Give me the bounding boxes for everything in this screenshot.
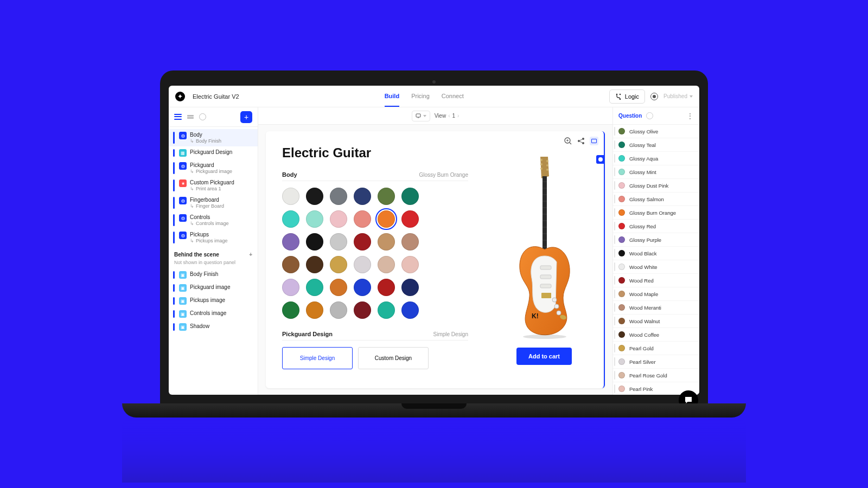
color-swatch[interactable]: [354, 279, 371, 296]
finish-option[interactable]: Wood Black: [613, 247, 699, 260]
color-swatch[interactable]: [330, 301, 347, 319]
section-pickguard-value: Simple Design: [433, 331, 468, 337]
color-swatch[interactable]: [306, 279, 323, 296]
color-swatch[interactable]: [330, 256, 347, 273]
finish-option[interactable]: Wood Maple: [613, 287, 699, 301]
color-swatch[interactable]: [378, 188, 395, 205]
finish-option[interactable]: Glossy Mint: [613, 165, 699, 179]
color-swatch[interactable]: [330, 233, 347, 251]
finish-option[interactable]: Glossy Salmon: [613, 192, 699, 206]
scene-item[interactable]: ▣ Shadow: [169, 320, 258, 333]
finish-option[interactable]: Glossy Olive: [613, 125, 699, 138]
color-swatch[interactable]: [378, 233, 395, 251]
section-add-icon[interactable]: +: [249, 252, 252, 258]
svg-point-2: [619, 98, 621, 99]
finish-option[interactable]: Pearl Silver: [613, 355, 699, 369]
color-swatch[interactable]: [401, 256, 419, 273]
scene-item[interactable]: ▣ Pickguard image: [169, 281, 258, 294]
selection-handle[interactable]: [596, 155, 605, 164]
preview-icon[interactable]: [650, 93, 658, 100]
tab-build[interactable]: Build: [385, 86, 400, 107]
color-swatch[interactable]: [330, 188, 347, 205]
finish-option[interactable]: Glossy Purple: [613, 233, 699, 247]
layer-item[interactable]: ▦ Pickguard Design: [169, 146, 258, 159]
finish-option[interactable]: Pearl Gold: [613, 342, 699, 355]
finish-option[interactable]: Glossy Dust Pink: [613, 179, 699, 192]
option-simple-design[interactable]: Simple Design: [282, 347, 353, 369]
color-swatch[interactable]: [282, 256, 299, 273]
finish-option[interactable]: Glossy Burn Orange: [613, 206, 699, 220]
add-button[interactable]: +: [240, 111, 252, 123]
color-swatch[interactable]: [306, 210, 323, 228]
color-swatch[interactable]: [306, 301, 323, 319]
color-swatch[interactable]: [401, 188, 419, 205]
color-swatch[interactable]: [378, 256, 395, 273]
more-icon[interactable]: ⋮: [686, 112, 694, 120]
finish-option[interactable]: Glossy Teal: [613, 138, 699, 152]
color-swatch[interactable]: [401, 210, 419, 228]
layers-icon[interactable]: [187, 115, 194, 119]
color-swatch[interactable]: [282, 233, 299, 251]
color-swatch[interactable]: [354, 188, 371, 205]
layer-item[interactable]: ★ Custom Pickguard Print area 1: [169, 177, 258, 194]
share-icon[interactable]: [577, 137, 585, 145]
finish-option[interactable]: Glossy Aqua: [613, 152, 699, 165]
layer-item[interactable]: ◍ Fingerboard Finger Board: [169, 194, 258, 211]
scene-item[interactable]: ▣ Pickups image: [169, 294, 258, 307]
device-selector[interactable]: [412, 111, 430, 121]
color-swatch[interactable]: [401, 301, 419, 319]
zoom-icon[interactable]: [564, 137, 572, 145]
layout-toggle[interactable]: [590, 137, 598, 145]
svg-point-31: [552, 298, 557, 302]
finish-option[interactable]: Glossy Red: [613, 220, 699, 233]
color-swatch[interactable]: [354, 210, 371, 228]
behind-scene-sub: Not shown in question panel: [169, 260, 258, 268]
scene-item[interactable]: ▣ Controls image: [169, 307, 258, 320]
color-swatch[interactable]: [306, 188, 323, 205]
finish-option[interactable]: Wood Coffee: [613, 328, 699, 342]
color-swatch[interactable]: [306, 256, 323, 273]
finish-dot: [618, 264, 625, 270]
color-swatch[interactable]: [354, 301, 371, 319]
color-swatch[interactable]: [354, 233, 371, 251]
list-icon[interactable]: [174, 113, 182, 121]
color-swatch[interactable]: [330, 279, 347, 296]
finish-label: Glossy Teal: [629, 142, 656, 148]
color-swatch[interactable]: [378, 279, 395, 296]
color-swatch[interactable]: [354, 256, 371, 273]
gear-icon[interactable]: [646, 112, 653, 119]
tab-connect[interactable]: Connect: [442, 86, 464, 107]
layer-item[interactable]: ◍ Pickguard Pickguard image: [169, 159, 258, 177]
color-swatch[interactable]: [401, 279, 419, 296]
color-swatch[interactable]: [282, 279, 299, 296]
color-swatch[interactable]: [330, 210, 347, 228]
finish-option[interactable]: Wood Meranti: [613, 301, 699, 314]
color-swatch[interactable]: [282, 210, 299, 228]
layer-item[interactable]: ◍ Controls Controls image: [169, 211, 258, 229]
layer-item[interactable]: ◍ Body Body Finish: [169, 129, 258, 146]
view-selector[interactable]: View ‹ 1 ›: [435, 113, 459, 119]
color-swatch[interactable]: [378, 210, 395, 228]
option-custom-design[interactable]: Custom Design: [358, 347, 429, 369]
finish-option[interactable]: Pearl Rose Gold: [613, 369, 699, 382]
color-swatch[interactable]: [282, 301, 299, 319]
publish-status[interactable]: Published: [663, 93, 693, 99]
tab-pricing[interactable]: Pricing: [411, 86, 430, 107]
gear-icon[interactable]: [199, 113, 206, 120]
color-swatch[interactable]: [282, 188, 299, 205]
color-swatch[interactable]: [401, 233, 419, 251]
question-tab[interactable]: Question: [618, 113, 642, 119]
layer-item[interactable]: ◍ Pickups Pickups image: [169, 229, 258, 246]
add-to-cart-button[interactable]: Add to cart: [516, 348, 572, 365]
finish-option[interactable]: Wood Red: [613, 274, 699, 287]
scene-item[interactable]: ▣ Body Finish: [169, 268, 258, 281]
logic-button[interactable]: Logic: [609, 89, 645, 104]
color-swatch[interactable]: [306, 233, 323, 251]
app-logo[interactable]: ✦: [175, 92, 185, 101]
finish-option[interactable]: Wood Walnut: [613, 314, 699, 328]
svg-point-8: [540, 159, 542, 161]
finish-option[interactable]: Wood White: [613, 260, 699, 274]
color-swatch[interactable]: [378, 301, 395, 319]
svg-rect-29: [540, 284, 551, 288]
svg-point-6: [582, 138, 584, 140]
